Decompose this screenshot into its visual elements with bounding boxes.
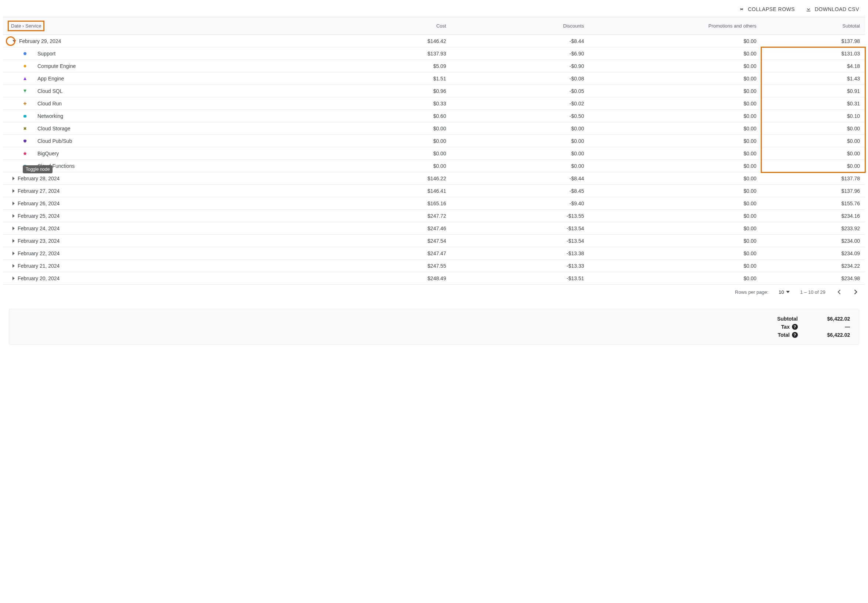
service-name: BigQuery [37,151,59,156]
table-row[interactable]: Cloud SQL $0.96 -$0.05 $0.00 $0.91 [3,85,865,97]
table-row[interactable]: February 22, 2024 $247.47 -$13.38 $0.00 … [3,247,865,260]
cost-cell: $0.00 [313,122,452,135]
table-row[interactable]: Compute Engine $5.09 -$0.90 $0.00 $4.18 [3,60,865,72]
column-header-promotions[interactable]: Promotions and others [589,17,761,35]
service-name: Cloud Pub/Sub [37,138,72,144]
rows-per-page-label: Rows per page: [735,289,769,295]
table-row[interactable]: Cloud Functions Toggle node $0.00 $0.00 … [3,160,865,172]
discounts-cell: -$8.45 [451,185,589,197]
subtotal-cell: $137.98 [761,35,865,47]
expand-toggle-icon[interactable] [12,227,15,230]
table-row[interactable]: February 23, 2024 $247.54 -$13.54 $0.00 … [3,235,865,247]
subtotal-cell: $0.00 [761,160,865,172]
expand-toggle-icon[interactable] [12,177,15,180]
expand-toggle-icon[interactable] [12,202,15,205]
promotions-cell: $0.00 [589,272,761,284]
subtotal-cell: $234.22 [761,260,865,272]
help-icon[interactable]: ? [792,332,798,338]
expand-toggle-icon[interactable] [12,277,15,280]
cost-cell: $146.42 [313,35,452,47]
table-row[interactable]: February 25, 2024 $247.72 -$13.55 $0.00 … [3,210,865,222]
expand-toggle-icon[interactable] [12,239,15,243]
subtotal-cell: $0.00 [761,135,865,147]
promotions-cell: $0.00 [589,97,761,110]
date-label: February 21, 2024 [18,263,59,269]
table-row[interactable]: February 29, 2024 $146.42 -$8.44 $0.00 $… [3,35,865,47]
promotions-cell: $0.00 [589,72,761,85]
subtotal-cell: $0.31 [761,97,865,110]
table-row[interactable]: Support $137.93 -$6.90 $0.00 $131.03 [3,47,865,60]
column-header-cost[interactable]: Cost [313,17,452,35]
service-marker-icon [23,151,27,156]
column-header-name[interactable]: Date › Service [3,17,313,35]
table-row[interactable]: February 20, 2024 $248.49 -$13.51 $0.00 … [3,272,865,284]
date-label: February 26, 2024 [18,201,59,206]
table-row[interactable]: February 28, 2024 $146.22 -$8.44 $0.00 $… [3,172,865,185]
table-row[interactable]: Cloud Storage $0.00 $0.00 $0.00 $0.00 [3,122,865,135]
discounts-cell: -$9.40 [451,197,589,210]
discounts-cell: -$0.50 [451,110,589,122]
date-label: February 28, 2024 [18,176,59,181]
service-marker-icon [23,139,27,143]
cost-cell: $0.00 [313,147,452,160]
cost-cell: $5.09 [313,60,452,72]
cost-cell: $0.33 [313,97,452,110]
summary-subtotal-label: Subtotal [777,316,798,322]
table-row[interactable]: Networking $0.60 -$0.50 $0.00 $0.10 [3,110,865,122]
subtotal-cell: $131.03 [761,47,865,60]
rows-per-page-select[interactable]: 10 [779,289,790,295]
promotions-cell: $0.00 [589,197,761,210]
table-row[interactable]: App Engine $1.51 -$0.08 $0.00 $1.43 [3,72,865,85]
table-row[interactable]: February 27, 2024 $146.41 -$8.45 $0.00 $… [3,185,865,197]
prev-page-button[interactable] [836,288,843,295]
help-icon[interactable]: ? [792,324,798,330]
expand-toggle-icon[interactable] [12,264,15,268]
chevron-down-icon [786,291,790,293]
expand-toggle-icon[interactable] [12,214,15,218]
discounts-cell: -$13.38 [451,247,589,260]
discounts-cell: -$13.54 [451,222,589,235]
table-row[interactable]: BigQuery $0.00 $0.00 $0.00 $0.00 [3,147,865,160]
cost-cell: $165.16 [313,197,452,210]
expand-toggle-icon[interactable] [12,252,15,255]
next-page-button[interactable] [852,288,859,295]
column-header-subtotal[interactable]: Subtotal [761,17,865,35]
download-icon [805,6,812,12]
table-toolbar: COLLAPSE ROWS DOWNLOAD CSV [3,3,865,17]
cost-breakdown-table: Date › Service Cost Discounts Promotions… [3,17,865,284]
column-header-discounts[interactable]: Discounts [451,17,589,35]
discounts-cell: -$13.33 [451,260,589,272]
cost-cell: $247.55 [313,260,452,272]
service-name: Networking [37,113,63,119]
date-label: February 29, 2024 [19,38,61,44]
table-row[interactable]: Cloud Run $0.33 -$0.02 $0.00 $0.31 [3,97,865,110]
cost-cell: $0.00 [313,160,452,172]
table-row[interactable]: Cloud Pub/Sub $0.00 $0.00 $0.00 $0.00 [3,135,865,147]
cost-cell: $247.47 [313,247,452,260]
discounts-cell: -$8.44 [451,172,589,185]
expand-toggle-icon[interactable] [12,189,15,193]
collapse-rows-button[interactable]: COLLAPSE ROWS [738,6,795,12]
subtotal-cell: $0.00 [761,147,865,160]
service-marker-icon [23,64,27,68]
download-csv-button[interactable]: DOWNLOAD CSV [805,6,859,12]
service-name: Cloud SQL [37,88,62,94]
service-marker-icon [23,114,27,118]
promotions-cell: $0.00 [589,235,761,247]
summary-tax-label: Tax ? [777,324,798,330]
cost-cell: $247.54 [313,235,452,247]
promotions-cell: $0.00 [589,172,761,185]
promotions-cell: $0.00 [589,210,761,222]
service-name: Cloud Run [37,100,62,107]
discounts-cell: -$0.08 [451,72,589,85]
table-row[interactable]: February 26, 2024 $165.16 -$9.40 $0.00 $… [3,197,865,210]
pagination-range: 1 – 10 of 29 [800,289,825,295]
cost-cell: $248.49 [313,272,452,284]
promotions-cell: $0.00 [589,35,761,47]
table-row[interactable]: February 24, 2024 $247.46 -$13.54 $0.00 … [3,222,865,235]
table-row[interactable]: February 21, 2024 $247.55 -$13.33 $0.00 … [3,260,865,272]
discounts-cell: -$13.55 [451,210,589,222]
date-label: February 20, 2024 [18,275,59,281]
service-name: Support [37,51,56,57]
service-name: Cloud Storage [37,125,71,131]
